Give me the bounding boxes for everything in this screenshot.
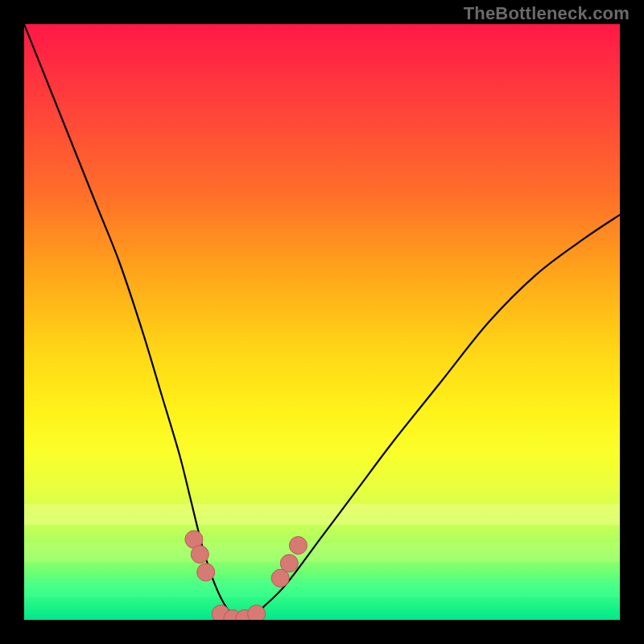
chart-svg xyxy=(24,24,620,620)
chart-frame: TheBottleneck.com xyxy=(0,0,644,644)
marker-point xyxy=(191,546,208,564)
marker-point xyxy=(289,537,307,555)
bottleneck-curve xyxy=(24,24,620,620)
marker-point xyxy=(248,605,266,620)
marker-point xyxy=(280,555,298,572)
markers-group xyxy=(185,530,308,620)
plot-area xyxy=(24,24,620,620)
marker-point xyxy=(197,564,215,581)
watermark-text: TheBottleneck.com xyxy=(464,3,630,24)
